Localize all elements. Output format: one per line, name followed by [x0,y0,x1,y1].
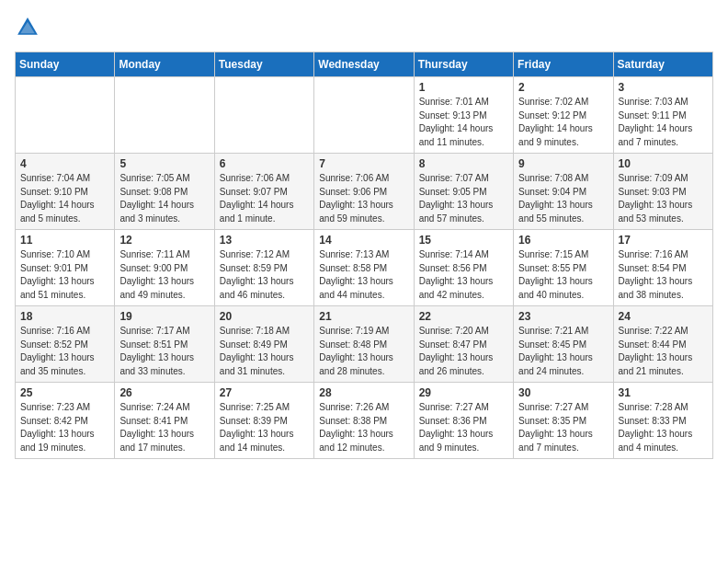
table-cell: 12Sunrise: 7:11 AMSunset: 9:00 PMDayligh… [115,230,214,306]
day-number: 21 [319,310,408,323]
day-info: Sunrise: 7:26 AMSunset: 8:38 PMDaylight:… [319,401,408,454]
day-number: 15 [419,234,508,247]
day-info: Sunrise: 7:07 AMSunset: 9:05 PMDaylight:… [419,172,508,225]
day-info: Sunrise: 7:18 AMSunset: 8:49 PMDaylight:… [220,325,309,378]
day-info: Sunrise: 7:22 AMSunset: 8:44 PMDaylight:… [619,325,708,378]
table-cell: 19Sunrise: 7:17 AMSunset: 8:51 PMDayligh… [115,306,214,383]
table-cell: 20Sunrise: 7:18 AMSunset: 8:49 PMDayligh… [214,306,313,383]
logo-icon [15,15,40,40]
table-cell: 8Sunrise: 7:07 AMSunset: 9:05 PMDaylight… [414,154,513,230]
day-info: Sunrise: 7:02 AMSunset: 9:12 PMDaylight:… [518,96,608,149]
day-info: Sunrise: 7:23 AMSunset: 8:42 PMDaylight:… [20,401,109,454]
table-cell: 26Sunrise: 7:24 AMSunset: 8:41 PMDayligh… [115,383,214,459]
day-number: 20 [220,310,309,323]
header-saturday: Saturday [613,52,712,77]
day-number: 26 [119,386,209,399]
day-number: 3 [619,81,708,94]
header-sunday: Sunday [16,52,115,77]
table-cell: 18Sunrise: 7:16 AMSunset: 8:52 PMDayligh… [16,306,115,383]
day-info: Sunrise: 7:19 AMSunset: 8:48 PMDaylight:… [319,325,408,378]
day-info: Sunrise: 7:11 AMSunset: 9:00 PMDaylight:… [119,248,209,302]
day-number: 13 [220,234,309,247]
day-number: 31 [619,386,708,399]
table-cell: 24Sunrise: 7:22 AMSunset: 8:44 PMDayligh… [613,306,712,383]
day-number: 14 [319,234,408,247]
header-wednesday: Wednesday [314,52,414,77]
day-info: Sunrise: 7:25 AMSunset: 8:39 PMDaylight:… [220,401,309,454]
day-info: Sunrise: 7:06 AMSunset: 9:07 PMDaylight:… [220,172,309,225]
table-cell [16,77,115,154]
day-number: 16 [518,234,608,247]
table-cell: 25Sunrise: 7:23 AMSunset: 8:42 PMDayligh… [16,383,115,459]
calendar-header: SundayMondayTuesdayWednesdayThursdayFrid… [16,52,713,77]
table-cell: 4Sunrise: 7:04 AMSunset: 9:10 PMDaylight… [16,154,115,230]
day-info: Sunrise: 7:20 AMSunset: 8:47 PMDaylight:… [419,325,508,378]
day-number: 22 [419,310,508,323]
header-friday: Friday [514,52,613,77]
day-number: 8 [419,157,508,170]
table-cell [214,77,313,154]
day-info: Sunrise: 7:10 AMSunset: 9:01 PMDaylight:… [20,248,109,302]
day-number: 2 [518,81,608,94]
day-info: Sunrise: 7:03 AMSunset: 9:11 PMDaylight:… [619,96,708,149]
day-number: 25 [20,386,109,399]
page-header [15,15,713,40]
day-info: Sunrise: 7:24 AMSunset: 8:41 PMDaylight:… [119,401,209,454]
day-number: 1 [419,81,508,94]
table-cell: 28Sunrise: 7:26 AMSunset: 8:38 PMDayligh… [314,383,414,459]
table-cell: 31Sunrise: 7:28 AMSunset: 8:33 PMDayligh… [613,383,712,459]
day-number: 12 [119,234,209,247]
table-cell: 5Sunrise: 7:05 AMSunset: 9:08 PMDaylight… [115,154,214,230]
table-cell: 27Sunrise: 7:25 AMSunset: 8:39 PMDayligh… [214,383,313,459]
day-number: 9 [518,157,608,170]
day-number: 23 [518,310,608,323]
day-number: 27 [220,386,309,399]
table-cell [314,77,414,154]
day-number: 5 [119,157,209,170]
header-monday: Monday [115,52,214,77]
table-cell: 30Sunrise: 7:27 AMSunset: 8:35 PMDayligh… [514,383,613,459]
day-info: Sunrise: 7:13 AMSunset: 8:58 PMDaylight:… [319,248,408,302]
week-row-5: 25Sunrise: 7:23 AMSunset: 8:42 PMDayligh… [16,383,713,459]
day-number: 30 [518,386,608,399]
day-number: 24 [619,310,708,323]
week-row-2: 4Sunrise: 7:04 AMSunset: 9:10 PMDaylight… [16,154,713,230]
logo [15,15,44,40]
table-cell: 23Sunrise: 7:21 AMSunset: 8:45 PMDayligh… [514,306,613,383]
header-tuesday: Tuesday [214,52,313,77]
day-info: Sunrise: 7:14 AMSunset: 8:56 PMDaylight:… [419,248,508,302]
day-info: Sunrise: 7:08 AMSunset: 9:04 PMDaylight:… [518,172,608,225]
day-info: Sunrise: 7:28 AMSunset: 8:33 PMDaylight:… [619,401,708,454]
day-info: Sunrise: 7:27 AMSunset: 8:36 PMDaylight:… [419,401,508,454]
table-cell: 29Sunrise: 7:27 AMSunset: 8:36 PMDayligh… [414,383,513,459]
day-info: Sunrise: 7:09 AMSunset: 9:03 PMDaylight:… [619,172,708,225]
table-cell: 1Sunrise: 7:01 AMSunset: 9:13 PMDaylight… [414,77,513,154]
table-cell: 14Sunrise: 7:13 AMSunset: 8:58 PMDayligh… [314,230,414,306]
table-cell: 10Sunrise: 7:09 AMSunset: 9:03 PMDayligh… [613,154,712,230]
table-cell: 7Sunrise: 7:06 AMSunset: 9:06 PMDaylight… [314,154,414,230]
day-number: 4 [20,157,109,170]
day-number: 17 [619,234,708,247]
day-number: 11 [20,234,109,247]
week-row-4: 18Sunrise: 7:16 AMSunset: 8:52 PMDayligh… [16,306,713,383]
table-cell: 21Sunrise: 7:19 AMSunset: 8:48 PMDayligh… [314,306,414,383]
day-info: Sunrise: 7:21 AMSunset: 8:45 PMDaylight:… [518,325,608,378]
day-number: 18 [20,310,109,323]
table-cell: 15Sunrise: 7:14 AMSunset: 8:56 PMDayligh… [414,230,513,306]
table-cell: 2Sunrise: 7:02 AMSunset: 9:12 PMDaylight… [514,77,613,154]
table-cell: 6Sunrise: 7:06 AMSunset: 9:07 PMDaylight… [214,154,313,230]
table-cell: 3Sunrise: 7:03 AMSunset: 9:11 PMDaylight… [613,77,712,154]
day-number: 28 [319,386,408,399]
day-info: Sunrise: 7:12 AMSunset: 8:59 PMDaylight:… [220,248,309,302]
week-row-1: 1Sunrise: 7:01 AMSunset: 9:13 PMDaylight… [16,77,713,154]
day-info: Sunrise: 7:16 AMSunset: 8:52 PMDaylight:… [20,325,109,378]
table-cell: 9Sunrise: 7:08 AMSunset: 9:04 PMDaylight… [514,154,613,230]
calendar-body: 1Sunrise: 7:01 AMSunset: 9:13 PMDaylight… [16,77,713,459]
header-row: SundayMondayTuesdayWednesdayThursdayFrid… [16,52,713,77]
day-number: 10 [619,157,708,170]
header-thursday: Thursday [414,52,513,77]
table-cell [115,77,214,154]
day-info: Sunrise: 7:17 AMSunset: 8:51 PMDaylight:… [119,325,209,378]
day-info: Sunrise: 7:15 AMSunset: 8:55 PMDaylight:… [518,248,608,302]
day-info: Sunrise: 7:16 AMSunset: 8:54 PMDaylight:… [619,248,708,302]
